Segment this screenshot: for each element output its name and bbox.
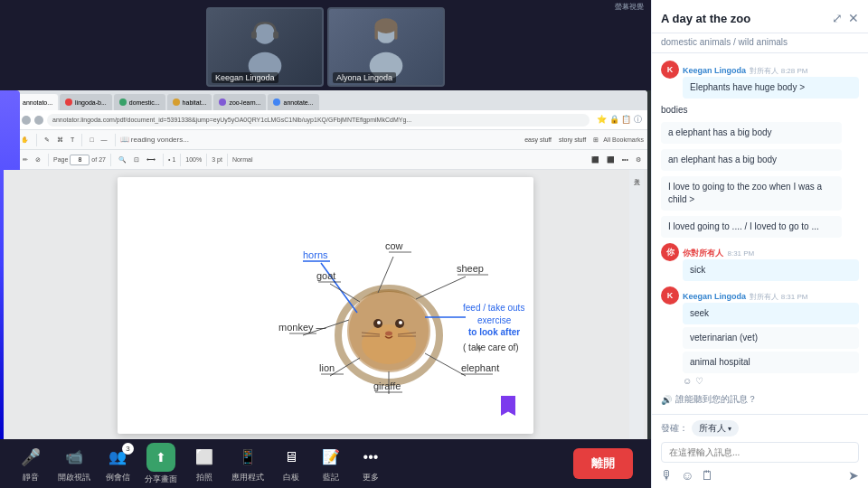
toolbar-highlight[interactable]: ⌘ xyxy=(54,136,66,145)
toolbar-settings[interactable]: ⚙ xyxy=(633,155,644,164)
page-total: 27 xyxy=(99,156,106,163)
video-strip: 螢幕視覺 Keegan Lingoda xyxy=(0,0,651,90)
divider9 xyxy=(227,154,228,166)
msg-text-2: a elephant has a big body xyxy=(668,127,772,137)
msg-time-1: 對所有人 8:28 PM xyxy=(750,67,807,75)
tool-video[interactable]: 📹 開啟視訊 xyxy=(58,445,90,483)
svg-text:cow: cow xyxy=(385,240,403,251)
msg-content-1: Keegan Lingoda 對所有人 8:28 PM Elephants ha… xyxy=(683,61,859,99)
share-icon: ⬆ xyxy=(146,443,175,472)
video-thumb-keegan: Keegan Lingoda xyxy=(206,7,324,87)
toolbar-fullscreen[interactable]: ⊞ xyxy=(590,136,601,145)
browser-tab-2[interactable]: domestic... xyxy=(114,94,165,110)
msg-content-7: Keegan Lingoda 對所有人 8:31 PM seek veterin… xyxy=(683,286,859,386)
msg-time-7: 對所有人 8:31 PM xyxy=(750,293,807,301)
send-to-button[interactable]: 所有人 ▾ xyxy=(692,420,739,436)
tool-mute[interactable]: 🎤 靜音 xyxy=(18,445,43,483)
tool-share[interactable]: ⬆ 分享畫面 xyxy=(145,443,177,485)
toolbar-line[interactable]: — xyxy=(99,136,110,144)
send-to-label: 發確： xyxy=(661,422,688,435)
toolbar-color1[interactable]: ⬛ xyxy=(589,155,602,164)
address-bar: annotator.lingoda.com/pdf/document_id=53… xyxy=(4,110,647,130)
svg-point-11 xyxy=(362,324,416,364)
tool-whiteboard[interactable]: 🖥 白板 xyxy=(278,445,304,483)
toolbar-eraser[interactable]: ⊘ xyxy=(33,155,43,164)
msg-text-5: I loved going to .... / I loved to go to… xyxy=(668,221,819,231)
svg-rect-3 xyxy=(273,32,278,39)
name-tag-keegan: Keegan Lingoda xyxy=(212,72,278,83)
link-icon[interactable]: 🗒 xyxy=(701,468,713,483)
speaker-icon: 🔊 xyxy=(661,395,672,405)
apps-icon: 📱 xyxy=(235,445,260,470)
msg-text-3: an elephant has a big body xyxy=(668,155,777,164)
tool-participants[interactable]: 👥 3 例會信 xyxy=(105,445,130,483)
browser-tab-4[interactable]: zoo-learn... xyxy=(213,94,266,110)
toolbar-hand[interactable]: ✋ xyxy=(18,136,32,145)
browser-window: annotato... lingoda-b... domestic... hab… xyxy=(4,90,647,439)
chat-message-bodies: bodies xyxy=(661,104,859,117)
more-icon: ••• xyxy=(358,445,383,470)
toolbar-annotate[interactable]: ✎ xyxy=(42,136,52,145)
reaction-2[interactable]: ♡ xyxy=(695,376,703,386)
extension-icons: ⭐ 🔒 📋 ⓘ xyxy=(597,114,642,126)
end-meeting-button[interactable]: 離開 xyxy=(573,448,633,479)
tab-label-2: domestic... xyxy=(129,99,160,106)
tab-label: annotato... xyxy=(23,99,52,106)
svg-text:feed / take outside -: feed / take outside - xyxy=(463,303,524,313)
svg-text:horns: horns xyxy=(303,249,328,260)
name-tag-alyona: Alyona Lingoda xyxy=(333,72,396,83)
page-input[interactable]: 8 xyxy=(70,155,90,165)
participants-label: 例會信 xyxy=(106,472,130,483)
toolbar-color2[interactable]: ⬛ xyxy=(604,155,618,164)
svg-text:sheep: sheep xyxy=(457,263,484,274)
toolbar-text[interactable]: T xyxy=(68,136,77,144)
toolbar-bookmarks: All Bookmarks xyxy=(603,136,644,143)
toolbar-zoom-width[interactable]: ⟷ xyxy=(144,155,158,164)
browser-tab-3[interactable]: habitat... xyxy=(167,94,212,110)
chat-subtitle: domestic animals / wild animals xyxy=(652,33,868,53)
tool-more[interactable]: ••• 更多 xyxy=(358,445,383,483)
msg-content-6: 你對所有人 8:31 PM sick xyxy=(683,243,859,281)
toolbar-zoom-select[interactable]: 🔍 xyxy=(116,155,129,164)
attach-icon[interactable]: ☺ xyxy=(681,468,693,483)
line-weight: 3 pt xyxy=(212,156,222,163)
chat-close-btn[interactable]: ✕ xyxy=(848,11,859,25)
toolbar-zoom-out[interactable]: easy stuff xyxy=(522,136,554,144)
chat-input-field[interactable] xyxy=(661,442,859,463)
svg-rect-8 xyxy=(394,26,397,40)
tool-apps[interactable]: 📱 應用程式 xyxy=(231,445,264,483)
tool-notes[interactable]: 📝 藍記 xyxy=(318,445,344,483)
send-icon[interactable]: ➤ xyxy=(848,468,859,483)
svg-point-16 xyxy=(385,332,392,336)
url-input[interactable]: annotator.lingoda.com/pdf/document_id=53… xyxy=(47,114,590,127)
toolbar-more2[interactable]: ••• xyxy=(619,155,631,164)
toolbar-zoom-fit[interactable]: ⊡ xyxy=(131,155,142,164)
tab-label-4: zoo-learn... xyxy=(229,99,260,106)
msg-item-hospital: animal hospital xyxy=(683,352,859,373)
tool-camera[interactable]: ⬜ 拍照 xyxy=(192,445,217,483)
toolbar-shapes[interactable]: □ xyxy=(87,136,96,144)
chat-who-sees: 🔊 誰能聽到您的訊息？ xyxy=(661,393,859,406)
tab-favicon-4 xyxy=(219,99,226,106)
svg-text:giraffe: giraffe xyxy=(373,380,401,391)
tab-label-5: annotate... xyxy=(283,99,313,106)
browser-tab-1[interactable]: lingoda-b... xyxy=(60,94,112,110)
emoji-icon[interactable]: 🎙 xyxy=(661,468,674,483)
browser-tab-5[interactable]: annotate... xyxy=(268,94,318,110)
page-of: of xyxy=(91,156,97,163)
toolbar-pen[interactable]: ✏ xyxy=(20,155,31,164)
chat-message-6: 你 你對所有人 8:31 PM sick xyxy=(661,243,859,281)
reaction-1[interactable]: ☺ xyxy=(683,376,692,386)
chat-expand-btn[interactable]: ⤢ xyxy=(832,11,843,25)
video-icon: 📹 xyxy=(61,445,87,470)
mute-icon: 🎤 xyxy=(18,445,43,470)
svg-line-25 xyxy=(330,284,360,302)
chat-header: A day at the zoo ⤢ ✕ xyxy=(652,0,868,33)
divider3 xyxy=(115,134,116,146)
divider2 xyxy=(81,134,82,146)
forward-button[interactable] xyxy=(22,116,31,125)
reload-button[interactable] xyxy=(34,116,43,125)
chat-messages: K Keegan Lingoda 對所有人 8:28 PM Elephants … xyxy=(652,53,868,414)
divider xyxy=(36,134,37,146)
toolbar-zoom-in[interactable]: story stuff xyxy=(556,136,589,144)
